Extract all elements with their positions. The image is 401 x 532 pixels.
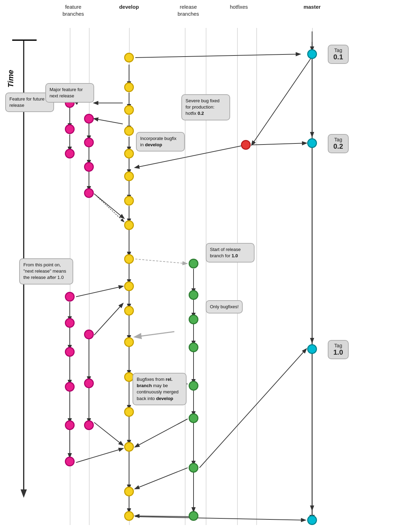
release-node-8 — [189, 511, 198, 521]
tag-value-10: 1.0 — [333, 348, 343, 356]
svg-line-46 — [94, 119, 123, 124]
feature2-node-1 — [84, 114, 94, 124]
develop-node-6 — [124, 171, 134, 181]
svg-line-52 — [199, 349, 306, 468]
develop-node-4 — [124, 126, 134, 136]
header-hotfixes: hotfixes — [223, 3, 255, 10]
time-label: Time — [6, 70, 15, 88]
callout-bugfixes-merged-text: Bugfixes from rel. branch may be continu… — [137, 377, 179, 401]
callout-severe-bug-text: Severe bug fixed for production: hotfix … — [186, 98, 220, 116]
svg-line-45 — [94, 194, 124, 218]
develop-node-14 — [124, 407, 134, 417]
lane-hotfix — [237, 28, 238, 525]
svg-line-48 — [252, 57, 312, 145]
feature1-node-4 — [65, 292, 75, 302]
callout-incorporate-text: Incorporate bugfix in develop — [140, 136, 176, 147]
develop-node-1 — [124, 53, 134, 62]
hotfix-node-1 — [241, 140, 251, 150]
develop-node-8 — [124, 220, 134, 230]
release-node-4 — [189, 342, 198, 352]
feature1-node-2 — [65, 124, 75, 134]
tag-box-02: Tag 0.2 — [328, 134, 349, 153]
svg-line-49 — [252, 143, 306, 145]
feature2-node-6 — [84, 378, 94, 388]
tag-label-02: Tag — [334, 137, 342, 142]
callout-major-feature: Major feature for next release — [45, 83, 94, 103]
release-node-5 — [189, 381, 198, 391]
svg-line-61 — [135, 517, 305, 520]
develop-node-5 — [124, 149, 134, 158]
feature1-node-8 — [65, 420, 75, 430]
release-node-7 — [189, 463, 198, 473]
header-release-branches: releasebranches — [167, 3, 209, 17]
svg-line-57 — [76, 286, 123, 297]
svg-line-47 — [94, 194, 124, 222]
svg-line-60 — [94, 422, 123, 445]
master-node-3 — [307, 344, 317, 354]
header-master: master — [298, 3, 326, 10]
callout-severe-bug: Severe bug fixed for production: hotfix … — [181, 94, 230, 120]
develop-node-15 — [124, 442, 134, 452]
develop-node-2 — [124, 82, 134, 92]
callout-next-release: From this point on, "next release" means… — [19, 258, 73, 285]
svg-line-42 — [135, 54, 300, 58]
release-node-1 — [189, 259, 198, 268]
release-node-3 — [189, 315, 198, 324]
svg-line-58 — [94, 304, 123, 335]
feature2-node-7 — [84, 420, 94, 430]
svg-line-59 — [76, 449, 123, 463]
callout-major-feature-text: Major feature for next release — [50, 87, 83, 98]
feature1-node-5 — [65, 318, 75, 328]
feature1-node-7 — [65, 382, 75, 392]
tag-box-10: Tag 1.0 — [328, 340, 349, 359]
diagram-container: feature branches develop releasebranches… — [0, 0, 401, 532]
lane-hotfix2 — [256, 28, 257, 525]
callout-only-bugfixes-text: Only bugfixes! — [210, 304, 239, 309]
release-node-6 — [189, 413, 198, 423]
develop-node-12 — [124, 337, 134, 347]
callout-bugfixes-merged: Bugfixes from rel. branch may be continu… — [133, 373, 187, 405]
master-node-1 — [307, 49, 317, 59]
develop-node-10 — [124, 281, 134, 291]
feature1-node-9 — [65, 457, 75, 466]
feature1-node-6 — [65, 347, 75, 357]
develop-node-17 — [124, 511, 134, 521]
svg-line-54 — [135, 419, 188, 447]
feature2-node-2 — [84, 138, 94, 147]
svg-line-51 — [135, 259, 187, 264]
release-node-2 — [189, 290, 198, 300]
tag-label-10: Tag — [334, 343, 342, 348]
callout-only-bugfixes: Only bugfixes! — [206, 300, 243, 313]
feature2-node-3 — [84, 162, 94, 172]
svg-line-56 — [135, 332, 174, 337]
develop-node-11 — [124, 306, 134, 316]
svg-line-55 — [135, 468, 188, 489]
tag-value-01: 0.1 — [333, 53, 343, 61]
callout-next-release-text: From this point on, "next release" means… — [23, 262, 66, 280]
callout-feature-future-text: Feature for future release — [9, 96, 44, 108]
callout-start-release-text: Start of release branch for 1.0 — [210, 247, 241, 258]
lane-master — [312, 28, 313, 525]
header-develop: develop — [115, 3, 143, 10]
feature2-node-5 — [84, 330, 94, 339]
tag-box-01: Tag 0.1 — [328, 45, 349, 64]
feature1-node-3 — [65, 149, 75, 158]
master-node-4 — [307, 515, 317, 525]
tag-label-01: Tag — [334, 47, 342, 53]
develop-node-16 — [124, 487, 134, 496]
callout-start-release: Start of release branch for 1.0 — [206, 243, 255, 263]
develop-node-3 — [124, 105, 134, 115]
header-feature-branches: feature branches — [54, 3, 92, 17]
develop-node-9 — [124, 254, 134, 264]
feature2-node-4 — [84, 188, 94, 198]
master-node-2 — [307, 138, 317, 148]
tag-value-02: 0.2 — [333, 142, 343, 150]
develop-node-7 — [124, 196, 134, 206]
callout-incorporate-bugfix: Incorporate bugfix in develop — [136, 132, 185, 152]
